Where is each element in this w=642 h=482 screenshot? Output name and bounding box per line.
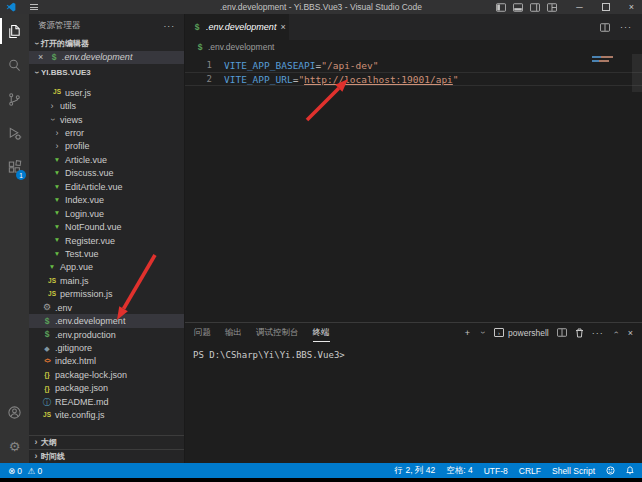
tree-item-Article.vue[interactable]: ▼Article.vue: [29, 153, 184, 166]
tree-item-user.js[interactable]: JSuser.js: [29, 86, 184, 99]
tree-item-permission.js[interactable]: JSpermission.js: [29, 288, 184, 301]
warning-icon: ⚠: [28, 466, 36, 476]
menu-icon[interactable]: [30, 4, 38, 10]
toggle-secondary-sidebar-icon[interactable]: [530, 3, 540, 12]
bottom-panel: 问题输出调试控制台终端 + › › powershell ··· › × PS …: [185, 322, 642, 463]
customize-layout-icon[interactable]: [547, 3, 557, 12]
file-label: Register.vue: [65, 236, 115, 246]
panel-tab-终端[interactable]: 终端: [313, 324, 330, 342]
tree-item-Login.vue[interactable]: ▼Login.vue: [29, 207, 184, 220]
tree-item-index.html[interactable]: <>index.html: [29, 355, 184, 368]
tree-item-Test.vue[interactable]: ▼Test.vue: [29, 247, 184, 260]
tree-item-NotFound.vue[interactable]: ▼NotFound.vue: [29, 220, 184, 233]
editor-scrollbar[interactable]: [632, 54, 642, 92]
tree-item-Discuss.vue[interactable]: ▼Discuss.vue: [29, 167, 184, 180]
file-label: main.js: [60, 276, 89, 286]
title-bar: .env.development - Yi.BBS.Vue3 - Visual …: [0, 0, 642, 14]
tree-item-package-lock.json[interactable]: {}package-lock.json: [29, 368, 184, 381]
chevron-down-icon: ›: [32, 40, 41, 48]
js-icon: JS: [47, 278, 57, 285]
terminal-shell-label[interactable]: powershell: [508, 328, 549, 338]
panel-tab-问题[interactable]: 问题: [194, 324, 211, 342]
open-editor-item[interactable]: × $ .env.development: [29, 51, 184, 65]
settings-gear-icon[interactable]: ⚙: [0, 429, 29, 463]
folder-collapsed-icon: ›: [52, 142, 62, 151]
tree-item-error[interactable]: ›error: [29, 126, 184, 139]
tree-item-README.md[interactable]: ⓘREADME.md: [29, 395, 184, 408]
terminal[interactable]: PS D:\CSharp\Yi\Yi.BBS.Vue3>: [185, 342, 642, 463]
toggle-panel-icon[interactable]: [513, 3, 523, 12]
more-actions-icon[interactable]: ···: [592, 328, 604, 338]
tree-item-.gitignore[interactable]: ◆.gitignore: [29, 341, 184, 354]
encoding[interactable]: UTF-8: [484, 466, 508, 476]
breadcrumb[interactable]: $ .env.development: [185, 40, 642, 54]
sidebar-title: 资源管理器: [38, 20, 81, 32]
maximize-panel-icon[interactable]: ›: [611, 329, 620, 337]
search-icon[interactable]: [0, 48, 29, 82]
panel-tab-调试控制台[interactable]: 调试控制台: [256, 324, 299, 342]
breadcrumb-file: .env.development: [208, 42, 274, 52]
url-link[interactable]: http://localhost:19001/api: [304, 74, 453, 85]
explorer-sidebar: 资源管理器 ··· › 打开的编辑器 × $ .env.development …: [29, 14, 185, 463]
env-key: VITE_APP_BASEAPI: [224, 60, 316, 71]
vue-icon: ▼: [52, 210, 62, 217]
tree-item-App.vue[interactable]: ▼App.vue: [29, 261, 184, 274]
tree-item-main.js[interactable]: JSmain.js: [29, 274, 184, 287]
tab-env-development[interactable]: $ .env.development ×: [185, 14, 289, 40]
tree-item-Index.vue[interactable]: ▼Index.vue: [29, 194, 184, 207]
more-actions-icon[interactable]: ···: [620, 22, 632, 32]
vue-icon: ▼: [52, 170, 62, 177]
chevron-right-icon: ›: [32, 438, 40, 447]
timeline-section-header[interactable]: › 时间线: [29, 449, 184, 463]
tree-item-EditArticle.vue[interactable]: ▼EditArticle.vue: [29, 180, 184, 193]
file-label: README.md: [55, 397, 109, 407]
views-and-more-actions-icon[interactable]: ···: [164, 21, 176, 31]
tree-item-views[interactable]: ›views: [29, 113, 184, 126]
source-control-icon[interactable]: [0, 82, 29, 116]
tree-item-vite.config.js[interactable]: JSvite.config.js: [29, 409, 184, 422]
project-section-header[interactable]: › YI.BBS.VUE3: [29, 64, 184, 80]
tree-item-.env.development[interactable]: $.env.development: [29, 314, 184, 327]
account-icon[interactable]: [0, 395, 29, 429]
indentation[interactable]: 空格: 4: [446, 465, 472, 477]
outline-section-header[interactable]: › 大纲: [29, 435, 184, 449]
split-editor-icon[interactable]: [600, 23, 610, 32]
tree-item-profile[interactable]: ›profile: [29, 140, 184, 153]
panel-tab-输出[interactable]: 输出: [225, 324, 242, 342]
chevron-down-icon: ›: [32, 68, 41, 76]
file-label: views: [60, 115, 83, 125]
vue-icon: ▼: [52, 157, 62, 164]
explorer-icon[interactable]: [0, 14, 29, 48]
extensions-icon[interactable]: 1: [0, 150, 29, 184]
close-icon[interactable]: ×: [38, 52, 46, 62]
split-terminal-icon[interactable]: [557, 328, 567, 337]
tree-item-.env.production[interactable]: $.env.production: [29, 328, 184, 341]
run-and-debug-icon[interactable]: [0, 116, 29, 150]
close-panel-icon[interactable]: ×: [628, 328, 633, 338]
toggle-sidebar-icon[interactable]: [496, 3, 506, 12]
code-editor[interactable]: 1 VITE_APP_BASEAPI="/api-dev" 2 VITE_APP…: [185, 54, 642, 322]
minimize-button[interactable]: ─: [576, 2, 582, 12]
file-label: Article.vue: [65, 155, 107, 165]
tree-item-package.json[interactable]: {}package.json: [29, 382, 184, 395]
maximize-button[interactable]: [602, 3, 610, 11]
close-tab-icon[interactable]: ×: [280, 22, 285, 32]
tree-item-utils[interactable]: ›utils: [29, 99, 184, 112]
chevron-down-icon[interactable]: ›: [478, 329, 487, 337]
file-label: .gitignore: [55, 343, 92, 353]
cursor-position[interactable]: 行 2, 列 42: [395, 465, 436, 477]
tab-bar: $ .env.development × ···: [185, 14, 642, 40]
notifications-bell-icon[interactable]: [626, 466, 634, 475]
shell-dollar-icon: $: [42, 330, 52, 339]
kill-terminal-icon[interactable]: [575, 328, 584, 338]
eol-sequence[interactable]: CRLF: [519, 466, 541, 476]
problems-status[interactable]: ⊗0 ⚠0: [8, 466, 42, 476]
close-window-button[interactable]: ×: [629, 2, 634, 12]
language-mode[interactable]: Shell Script: [552, 466, 595, 476]
feedback-smiley-icon[interactable]: [606, 466, 615, 475]
window-bottom-edge: [0, 478, 642, 482]
open-editors-header[interactable]: › 打开的编辑器: [29, 37, 184, 51]
new-terminal-icon[interactable]: +: [465, 328, 470, 338]
tree-item-Register.vue[interactable]: ▼Register.vue: [29, 234, 184, 247]
tree-item-.env[interactable]: ⚙.env: [29, 301, 184, 314]
